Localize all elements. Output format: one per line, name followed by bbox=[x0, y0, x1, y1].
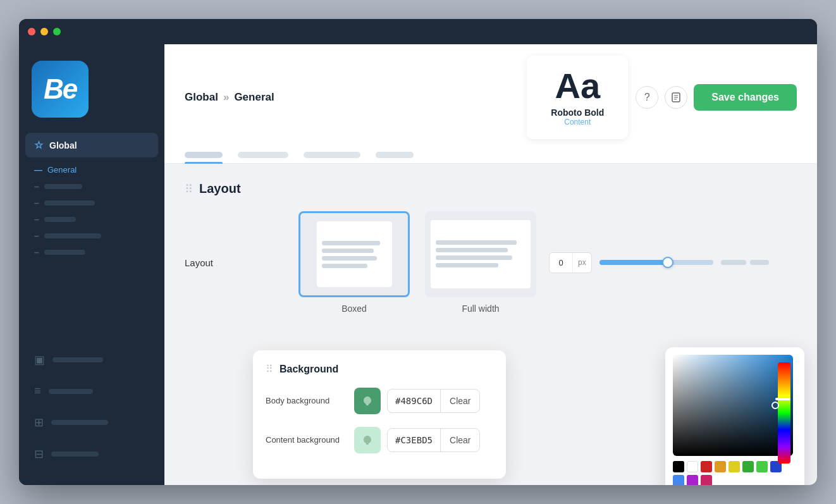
breadcrumb-separator: » bbox=[223, 91, 229, 104]
body-background-hex: #489C6D bbox=[388, 390, 440, 412]
layout-preview-boxed bbox=[298, 211, 410, 297]
layout-full-label: Full width bbox=[462, 304, 499, 314]
layout-row: Layout Bo bbox=[185, 211, 797, 314]
preset-blue[interactable] bbox=[673, 475, 684, 485]
picker-hue-cursor bbox=[775, 398, 790, 400]
panel-dots-icon: ⠿ bbox=[266, 363, 273, 375]
maximize-button[interactable] bbox=[53, 28, 61, 35]
header-tabs bbox=[185, 147, 797, 163]
preset-purple[interactable] bbox=[687, 475, 698, 485]
tab-pill-3 bbox=[304, 152, 360, 158]
star-icon: ☆ bbox=[34, 139, 43, 151]
section-dots-icon: ⠿ bbox=[185, 182, 193, 196]
preset-black[interactable] bbox=[673, 461, 684, 472]
content-background-swatch[interactable] bbox=[354, 427, 381, 453]
preset-pink[interactable] bbox=[701, 475, 712, 485]
tab-1[interactable] bbox=[185, 147, 223, 163]
slider-track[interactable] bbox=[599, 260, 713, 265]
minimize-button[interactable] bbox=[40, 28, 48, 35]
dash-icon-5: – bbox=[34, 231, 39, 241]
sidebar-icon-item-3[interactable]: ⊞ bbox=[25, 412, 158, 433]
sidebar-icon-item-1[interactable]: ▣ bbox=[25, 349, 158, 371]
body-background-value-box: #489C6D Clear bbox=[387, 389, 480, 413]
layout-preview-full bbox=[425, 211, 536, 297]
picker-hue-bar[interactable] bbox=[778, 362, 790, 464]
font-preview-text: Aa bbox=[546, 68, 609, 104]
font-preview-card: Aa Roboto Bold Content bbox=[527, 56, 628, 139]
boxed-line-1 bbox=[322, 241, 381, 245]
preset-red[interactable] bbox=[701, 461, 712, 472]
layout-label: Layout bbox=[185, 257, 273, 268]
slider-pills bbox=[721, 260, 769, 265]
panel-icon: ⊟ bbox=[34, 447, 44, 461]
menu-icon: ≡ bbox=[34, 384, 41, 398]
px-value: 0 bbox=[550, 253, 572, 273]
picker-gradient-container bbox=[673, 355, 793, 485]
sidebar-icon-item-4[interactable]: ⊟ bbox=[25, 443, 158, 465]
slider-pill-1 bbox=[721, 260, 746, 265]
body-background-clear-button[interactable]: Clear bbox=[440, 390, 479, 412]
layout-option-boxed[interactable]: Boxed bbox=[298, 211, 410, 314]
sidebar-global-label: Global bbox=[49, 140, 77, 151]
full-line-3 bbox=[436, 255, 512, 260]
dash-icon: — bbox=[34, 165, 42, 175]
layout-option-full-width[interactable]: Full width bbox=[425, 211, 536, 314]
layout-icon: ▣ bbox=[34, 353, 45, 367]
preset-white[interactable] bbox=[687, 461, 698, 472]
slider-thumb bbox=[662, 257, 673, 268]
sidebar-line-pill-3 bbox=[44, 217, 76, 222]
sidebar-item-global[interactable]: ☆ Global bbox=[25, 133, 158, 157]
preset-orange[interactable] bbox=[715, 461, 726, 472]
content-background-clear-button[interactable]: Clear bbox=[440, 429, 479, 452]
px-input[interactable]: 0 px bbox=[549, 252, 592, 273]
sidebar-sub-line-3: – bbox=[34, 211, 149, 228]
tab-pill-2 bbox=[238, 152, 288, 158]
picker-cursor bbox=[771, 402, 779, 409]
sidebar-sub-line-4: – bbox=[34, 228, 149, 244]
full-line-1 bbox=[436, 240, 517, 245]
slider-pill-2 bbox=[750, 260, 769, 265]
sidebar-sub-line-1: – bbox=[34, 178, 149, 195]
background-panel: ⠿ Background Body background #489C6D bbox=[253, 350, 506, 479]
sidebar-item-general[interactable]: — General bbox=[34, 161, 149, 178]
icon-pill-2 bbox=[49, 389, 93, 394]
dash-icon-3: – bbox=[34, 198, 39, 208]
body-background-swatch[interactable] bbox=[354, 388, 381, 414]
help-button[interactable]: ? bbox=[636, 86, 658, 109]
content-background-label: Content background bbox=[266, 435, 348, 446]
logo: Be bbox=[32, 61, 89, 118]
breadcrumb-root: Global bbox=[185, 91, 218, 104]
preset-yellow[interactable] bbox=[728, 461, 740, 472]
header-top: Global » General Aa Roboto Bold Content bbox=[185, 44, 797, 147]
color-picker-popup bbox=[665, 347, 804, 485]
header-actions: ? Save changes bbox=[636, 84, 797, 111]
preset-green-light[interactable] bbox=[742, 461, 754, 472]
picker-gradient[interactable] bbox=[673, 355, 793, 456]
content-background-hex: #C3EBD5 bbox=[388, 429, 440, 452]
close-button[interactable] bbox=[28, 28, 35, 35]
picker-presets bbox=[673, 461, 793, 485]
sidebar-icon-item-2[interactable]: ≡ bbox=[25, 381, 158, 402]
breadcrumb: Global » General bbox=[185, 91, 274, 104]
sidebar-sub-line-5: – bbox=[34, 244, 149, 261]
panel-title: Background bbox=[280, 364, 338, 375]
tab-4[interactable] bbox=[376, 147, 414, 163]
slider-area: 0 px bbox=[549, 252, 769, 273]
icon-pill-3 bbox=[51, 420, 108, 425]
sidebar-general-label: General bbox=[47, 165, 77, 175]
sidebar: Be ☆ Global — General – bbox=[19, 44, 164, 485]
body-background-row: Body background #489C6D Clear bbox=[266, 388, 493, 414]
app-body: Be ☆ Global — General – bbox=[19, 44, 817, 485]
save-changes-button[interactable]: Save changes bbox=[694, 84, 797, 111]
full-inner bbox=[431, 220, 531, 289]
content-background-value-box: #C3EBD5 Clear bbox=[387, 428, 480, 452]
notes-button[interactable] bbox=[665, 86, 687, 109]
sidebar-line-pill-5 bbox=[44, 250, 85, 255]
content-area: ⠿ Layout Layout bbox=[164, 164, 817, 485]
dash-icon-4: – bbox=[34, 214, 39, 224]
tab-2[interactable] bbox=[238, 147, 288, 163]
sidebar-line-pill-1 bbox=[44, 184, 82, 189]
tab-3[interactable] bbox=[304, 147, 360, 163]
preset-green[interactable] bbox=[756, 461, 768, 472]
logo-area: Be bbox=[19, 54, 164, 133]
